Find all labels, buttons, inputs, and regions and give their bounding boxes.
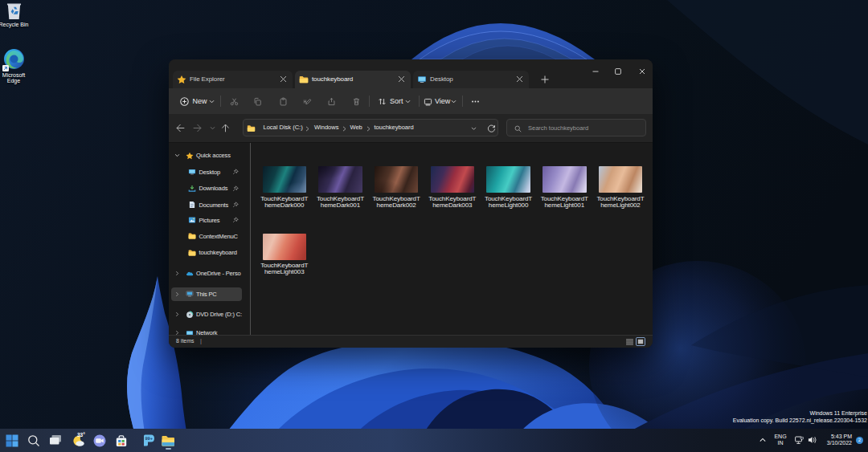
svg-text:99+: 99+ (145, 436, 152, 441)
